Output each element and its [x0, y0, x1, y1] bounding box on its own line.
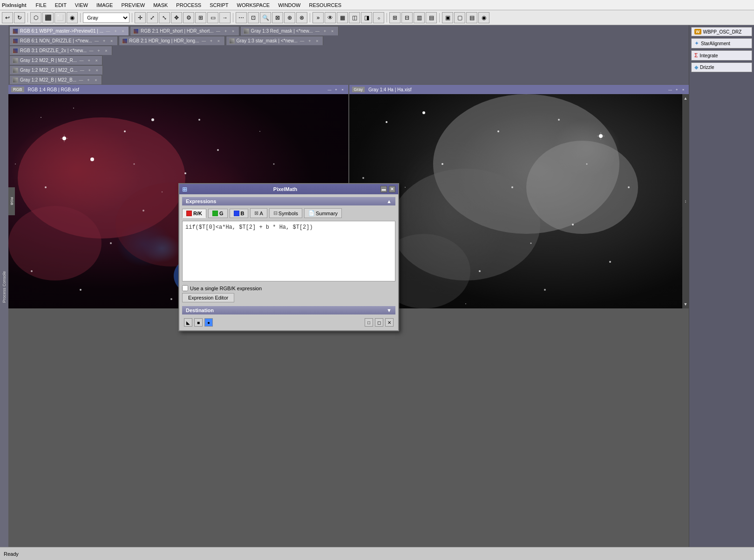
- toolbar-btn-4[interactable]: ⬛: [42, 12, 54, 23]
- process-wbpp[interactable]: W WBPP_OSC_DRZ: [691, 27, 752, 36]
- toolbar-t1[interactable]: ▣: [442, 12, 453, 23]
- tab-minimize-10[interactable]: —: [78, 77, 84, 83]
- img-win-close-left[interactable]: ×: [340, 87, 346, 92]
- tab-restore-2[interactable]: +: [223, 28, 229, 34]
- dialog-close-btn[interactable]: ✕: [389, 186, 395, 192]
- tab-rgb-hdr-long[interactable]: RGB 2:1 HDR_long | HDR_long... — + ×: [119, 36, 225, 45]
- channel-tab-b[interactable]: B: [230, 209, 249, 218]
- tab-minimize-6[interactable]: —: [299, 38, 305, 44]
- menu-file[interactable]: FILE: [32, 1, 50, 9]
- toolbar-misc1[interactable]: ◫: [349, 12, 360, 23]
- img-win-minimize-left[interactable]: —: [327, 87, 333, 92]
- channel-tab-rk[interactable]: R/K: [182, 209, 206, 218]
- tab-close-2[interactable]: ×: [231, 28, 236, 34]
- toolbar-r3[interactable]: ▥: [414, 12, 425, 23]
- tab-minimize-9[interactable]: —: [79, 68, 85, 73]
- tab-close-5[interactable]: ×: [216, 38, 222, 44]
- tab-minimize-4[interactable]: —: [94, 38, 100, 44]
- tab-gray-m22g[interactable]: Gray 1:2 M22_G | M22_G... — + ×: [9, 65, 103, 75]
- menu-window[interactable]: WINDOW: [274, 1, 304, 9]
- toolbar-t4[interactable]: ◉: [478, 12, 489, 23]
- menu-workspace[interactable]: WORKSPACE: [233, 1, 274, 9]
- tab-restore-4[interactable]: +: [102, 38, 107, 44]
- dialog-minimize-btn[interactable]: ▬: [380, 186, 387, 192]
- channel-tab-a[interactable]: ⊠ A: [250, 208, 267, 218]
- menu-edit[interactable]: EDIT: [51, 1, 70, 9]
- single-expression-checkbox[interactable]: [182, 285, 188, 291]
- toolbar-r1[interactable]: ⊞: [389, 12, 401, 23]
- toolbar-r4[interactable]: ▤: [426, 12, 437, 23]
- dest-btn-circle[interactable]: ●: [204, 318, 213, 327]
- toolbar-hist[interactable]: ▦: [337, 12, 348, 23]
- scroll-down-icon[interactable]: ▼: [684, 302, 688, 307]
- menu-preview[interactable]: PREVIEW: [117, 1, 149, 9]
- toolbar-zoom-in-2[interactable]: ⊕: [284, 12, 295, 23]
- tab-gray-red-mask[interactable]: Gray 1:3 Red_mask | <*new... — + ×: [240, 26, 339, 35]
- img-win-minimize-right[interactable]: —: [667, 87, 673, 92]
- toolbar-expand[interactable]: ⤢: [147, 12, 158, 23]
- tab-rgb-nondrizzle[interactable]: RGB 6:1 NON_DRIZZLE | <*new... — + ×: [9, 36, 118, 45]
- process-integrate[interactable]: Σ Integrate: [691, 50, 752, 61]
- tab-minimize-7[interactable]: —: [88, 48, 94, 54]
- tab-gray-star-mask[interactable]: Gray 1:3 star_mask | <*new... — + ×: [226, 36, 323, 45]
- menu-mask[interactable]: MASK: [149, 1, 171, 9]
- dest-btn-close[interactable]: ✕: [385, 318, 394, 327]
- toolbar-gear[interactable]: ⚙: [183, 12, 194, 23]
- toolbar-zoom-fit[interactable]: ⊡: [248, 12, 259, 23]
- menu-view[interactable]: VIEW: [71, 1, 92, 9]
- color-mode-dropdown[interactable]: Gray RGB L*a*b*: [83, 13, 129, 23]
- toolbar-misc2[interactable]: ◨: [361, 12, 372, 23]
- toolbar-btn-2[interactable]: ↻: [14, 12, 25, 23]
- destination-expand-icon[interactable]: ▼: [387, 307, 392, 313]
- tab-rgb-drizzle[interactable]: RGB 3:1 DRIZZLE_2x | <*new... — + ×: [9, 46, 112, 55]
- right-scrollbar[interactable]: ▲ ↕ ▼: [682, 94, 689, 308]
- tab-minimize-8[interactable]: —: [79, 58, 84, 63]
- dest-btn-triangle[interactable]: ◣: [184, 318, 192, 327]
- toolbar-move[interactable]: ✥: [171, 12, 182, 23]
- toolbar-more[interactable]: »: [312, 12, 324, 23]
- toolbar-btn-1[interactable]: ↩: [2, 12, 13, 23]
- tab-gray-m22r[interactable]: Gray 1:2 M22_R | M22_R... — + ×: [9, 55, 102, 65]
- channel-tab-summary[interactable]: 📄 Summary: [304, 208, 342, 218]
- tab-restore-6[interactable]: +: [307, 38, 312, 44]
- tab-minimize-2[interactable]: —: [216, 28, 221, 34]
- tab-close-9[interactable]: ×: [94, 68, 100, 73]
- tab-minimize-5[interactable]: —: [201, 38, 207, 44]
- toolbar-zoom-100[interactable]: ⊠: [272, 12, 283, 23]
- image-titlebar-left[interactable]: RGB RGB 1:4 RGB | RGB.xisf — + ×: [8, 85, 348, 94]
- single-expression-checkbox-label[interactable]: Use a single RGB/K expression: [182, 285, 262, 291]
- tab-restore-9[interactable]: +: [87, 68, 92, 73]
- img-win-maximize-right[interactable]: +: [674, 87, 679, 92]
- scroll-up-icon[interactable]: ▲: [684, 96, 688, 101]
- toolbar-dots[interactable]: ⋯: [236, 12, 247, 23]
- toolbar-square[interactable]: ▭: [207, 12, 218, 23]
- tab-close-3[interactable]: ×: [330, 28, 335, 34]
- img-win-maximize-left[interactable]: +: [333, 87, 339, 92]
- toolbar-btn-3[interactable]: ⬡: [30, 12, 41, 23]
- tab-restore-3[interactable]: +: [322, 28, 328, 34]
- toolbar-eye[interactable]: 👁: [325, 12, 336, 23]
- dest-btn-square[interactable]: ■: [194, 318, 203, 327]
- tab-restore-5[interactable]: +: [209, 38, 214, 44]
- toolbar-t3[interactable]: ▤: [466, 12, 477, 23]
- tab-close-4[interactable]: ×: [109, 38, 115, 44]
- expression-textarea[interactable]: [182, 221, 395, 281]
- tab-minimize-1[interactable]: —: [105, 28, 111, 34]
- dialog-titlebar[interactable]: ⊞ PixelMath ▬ ✕: [179, 184, 398, 194]
- toolbar-r2[interactable]: ⊟: [401, 12, 413, 23]
- tab-close-7[interactable]: ×: [103, 48, 109, 54]
- tab-close-1[interactable]: ×: [120, 28, 126, 34]
- menu-image[interactable]: IMAGE: [93, 1, 116, 9]
- channel-tab-g[interactable]: G: [208, 209, 228, 218]
- tab-restore-8[interactable]: +: [86, 58, 92, 63]
- toolbar-arrow[interactable]: →: [219, 12, 231, 23]
- tab-restore-1[interactable]: +: [113, 28, 118, 34]
- toolbar-misc3[interactable]: ⬦: [373, 12, 384, 23]
- tab-rgb-hdr-short[interactable]: RGB 2:1 HDR_short | HDR_short... — + ×: [130, 26, 239, 35]
- toolbar-zoom-max[interactable]: ⊗: [296, 12, 307, 23]
- tab-close-6[interactable]: ×: [314, 38, 320, 44]
- expression-editor-button[interactable]: Expression Editor: [182, 293, 234, 302]
- menu-process[interactable]: PROCESS: [172, 1, 205, 9]
- toolbar-grid[interactable]: ⊞: [195, 12, 206, 23]
- expressions-expand-icon[interactable]: ▲: [387, 198, 392, 204]
